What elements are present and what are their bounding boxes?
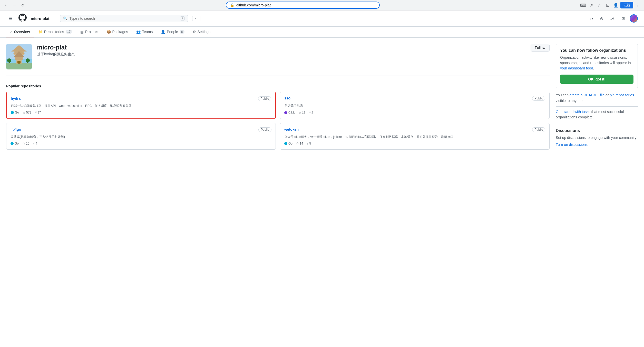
terminal-icon: >_ (194, 17, 198, 20)
follow-button[interactable]: Follow (531, 44, 550, 52)
search-icon: 🔍 (63, 16, 67, 21)
nav-overview[interactable]: ⌂ Overview (6, 27, 34, 37)
browser-nav-buttons (3, 2, 26, 9)
user-avatar[interactable] (630, 14, 638, 23)
search-input[interactable] (70, 16, 178, 21)
plus-icon: + (589, 16, 591, 21)
discussions-title: Discussions (556, 128, 638, 133)
chevron-icon: ▾ (592, 17, 593, 20)
repo-stars-wetoken: ☆ 14 (296, 142, 303, 145)
nav-settings[interactable]: ⚙ Settings (189, 27, 215, 37)
repo-desc-wetoken: 公众号token服务，统一管理token，jsticket，过期后自动从官网获取… (284, 135, 545, 139)
bookmark-button[interactable]: ☆ (596, 2, 603, 9)
star-icon: ☆ (23, 111, 25, 114)
forward-button[interactable] (11, 2, 18, 9)
repo-name-hydra[interactable]: hydra (11, 96, 21, 100)
settings-icon: ⚙ (193, 30, 196, 34)
repo-card-top-lib4go: lib4go Public (11, 127, 271, 132)
pull-request-icon: ⎇ (610, 16, 614, 21)
dashboard-feed-link[interactable]: your dashboard feed (560, 66, 593, 70)
menu-button[interactable]: ⋮ (634, 2, 641, 9)
share-button[interactable]: ↗ (588, 2, 595, 9)
repo-desc-lib4go: 公共库(提供加解密，三方组件的封装等) (11, 135, 271, 139)
turn-on-discussions-link[interactable]: Turn on discussions (556, 142, 588, 147)
new-item-button[interactable]: + ▾ (588, 15, 595, 22)
home-icon: ⌂ (10, 30, 12, 34)
repo-meta-hydra: Go ☆ 579 ⑂ 97 (11, 111, 271, 114)
svg-rect-10 (17, 61, 21, 64)
main-container: micro-plat 基于hydra的微服务生态 Follow Popular … (0, 38, 644, 154)
create-readme-link[interactable]: create a README file (570, 93, 604, 97)
repo-forks-sso: ⑂ 2 (309, 111, 313, 115)
pull-requests-button[interactable]: ⎇ (608, 14, 616, 23)
org-subtitle: 基于hydra的微服务生态 (37, 52, 525, 57)
hamburger-icon (8, 16, 12, 21)
repo-name-wetoken[interactable]: wetoken (284, 127, 299, 131)
terminal-button[interactable]: >_ (192, 16, 200, 21)
star-icon-wetoken: ☆ (296, 142, 299, 145)
left-panel: micro-plat 基于hydra的微服务生态 Follow Popular … (6, 44, 550, 154)
repo-visibility-hydra: Public (258, 96, 271, 101)
translate-button[interactable]: ⌨ (579, 2, 587, 9)
fork-icon-wetoken: ⑂ (307, 142, 308, 145)
repo-lang-wetoken: Go (284, 142, 292, 145)
repo-desc-sso: 单点登录系统 (284, 103, 545, 108)
back-button[interactable] (3, 2, 10, 9)
star-icon-lib4go: ☆ (22, 142, 25, 145)
profile-button[interactable]: 👤 (612, 2, 619, 9)
repo-stars-sso: ☆ 17 (298, 111, 305, 115)
inbox-button[interactable]: ✉ (619, 14, 627, 23)
repo-card-top-wetoken: wetoken Public (284, 127, 545, 132)
update-button[interactable]: 更新 (620, 2, 633, 8)
repo-forks-lib4go: ⑂ 4 (33, 142, 37, 145)
follow-button-wrap: Follow (531, 44, 550, 52)
follow-orgs-card: You can now follow organizations Organiz… (556, 44, 638, 88)
extensions-button[interactable]: ⊡ (604, 2, 611, 9)
repo-name-lib4go[interactable]: lib4go (11, 127, 21, 131)
reload-icon (21, 3, 24, 8)
repo-icon: 📁 (38, 30, 43, 34)
repo-visibility-wetoken: Public (532, 127, 545, 132)
repo-forks-wetoken: ⑂ 5 (307, 142, 311, 145)
svg-point-12 (7, 58, 11, 63)
repo-meta-lib4go: Go ☆ 15 ⑂ 4 (11, 142, 271, 145)
repo-card-top: hydra Public (11, 96, 271, 101)
ok-got-it-button[interactable]: OK, got it! (560, 75, 633, 84)
star-icon-sso: ☆ (298, 111, 301, 115)
repo-visibility-lib4go: Public (258, 127, 271, 132)
nav-projects[interactable]: ▦ Projects (76, 27, 102, 37)
svg-rect-8 (15, 57, 23, 60)
address-bar[interactable]: 🔒 github.com/micro-plat (226, 2, 380, 9)
org-info: micro-plat 基于hydra的微服务生态 (37, 44, 525, 57)
go-lang-dot (11, 111, 14, 114)
fork-icon: ⑂ (35, 111, 37, 114)
nav-people[interactable]: 👤 People 6 (157, 27, 188, 37)
hamburger-button[interactable] (6, 14, 14, 23)
pin-repositories-link[interactable]: pin repositories (610, 93, 634, 97)
repo-name-sso[interactable]: sso (284, 96, 290, 100)
inbox-icon: ✉ (621, 16, 625, 21)
svg-rect-2 (6, 63, 32, 69)
reload-button[interactable] (19, 2, 26, 9)
get-started-link[interactable]: Get started with tasks (556, 110, 590, 114)
repo-card-lib4go: lib4go Public 公共库(提供加解密，三方组件的封装等) Go ☆ 1… (6, 123, 276, 150)
repos-grid: hydra Public 后端一站式微服务框架，提供API、web、websoc… (6, 92, 550, 150)
browser-actions: ⌨ ↗ ☆ ⊡ 👤 更新 ⋮ (579, 2, 641, 9)
repo-card-hydra: hydra Public 后端一站式微服务框架，提供API、web、websoc… (6, 92, 276, 119)
copilot-button[interactable]: ⊙ (597, 14, 606, 23)
nav-repositories[interactable]: 📁 Repositories 17 (34, 27, 76, 37)
org-profile: micro-plat 基于hydra的微服务生态 Follow (6, 44, 550, 76)
nav-teams[interactable]: 👥 Teams (132, 27, 157, 37)
repo-desc-hydra: 后端一站式微服务框架，提供API、web、websocket、RPC、任务调度、… (11, 104, 271, 108)
repo-lang-hydra: Go (11, 111, 19, 114)
search-bar[interactable]: 🔍 / (60, 15, 188, 22)
back-icon (4, 3, 8, 7)
repo-meta-wetoken: Go ☆ 14 ⑂ 5 (284, 142, 545, 145)
slash-shortcut: / (180, 16, 184, 21)
nav-packages[interactable]: 📦 Packages (102, 27, 132, 37)
discussions-text: Set up discussions to engage with your c… (556, 135, 638, 140)
org-navigation: ⌂ Overview 📁 Repositories 17 ▦ Projects … (0, 27, 644, 38)
repo-visibility-sso: Public (532, 96, 545, 101)
fork-icon-sso: ⑂ (309, 111, 311, 115)
css-lang-dot (284, 111, 287, 114)
